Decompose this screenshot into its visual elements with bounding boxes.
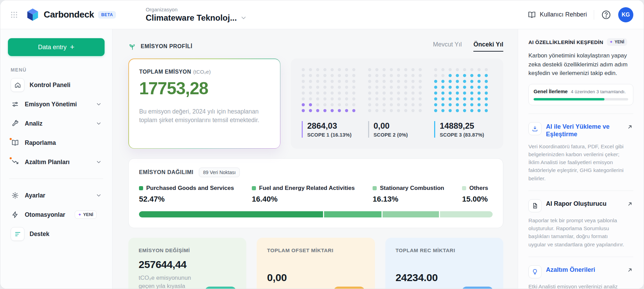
app-window: Carbondeck BETA Organizasyon Climateware… xyxy=(0,0,644,289)
feature-title: AI Rapor Oluşturucu xyxy=(546,199,607,208)
legend-swatch xyxy=(252,186,256,190)
feature-title: AI ile Veri Yükleme ve Eşleştirme xyxy=(546,122,624,138)
sidebar-item-ayarlar[interactable]: Ayarlar xyxy=(8,186,105,205)
panel-divider xyxy=(528,191,633,191)
page-title: EMİSYON PROFİLİ xyxy=(141,43,192,50)
scope-2-value: 0,00 xyxy=(374,121,426,131)
panel-divider xyxy=(528,257,633,257)
beta-badge: BETA xyxy=(98,11,116,19)
mini-card-title: TOPLAM REC MİKTARI xyxy=(396,247,493,253)
external-arrow-icon[interactable] xyxy=(626,124,633,130)
scope-3-waffle-chart xyxy=(434,68,492,112)
chevron-down-icon xyxy=(96,101,102,107)
scope-2-stat: 0,00 SCOPE 2 (0%) xyxy=(368,121,426,138)
sidebar-item-label: Kontrol Paneli xyxy=(30,82,71,89)
scope-2-label: SCOPE 2 (0%) xyxy=(374,132,426,138)
external-arrow-icon[interactable] xyxy=(626,201,633,207)
mini-card-value: 24234.00 xyxy=(396,272,493,283)
sidebar-item-otomasyonlar[interactable]: Otomasyonlar ✦ YENİ xyxy=(8,205,105,224)
legend-label: Others xyxy=(469,185,488,192)
legend-label: Purchased Goods and Services xyxy=(146,185,234,192)
legend-percentage: 16.13% xyxy=(373,195,444,204)
scope-1-value: 2864,03 xyxy=(307,121,360,131)
chevron-down-icon xyxy=(240,14,247,21)
sidebar-item-label: Ayarlar xyxy=(25,192,45,199)
notification-dot xyxy=(9,137,12,141)
mini-card-value: 0,00 xyxy=(267,272,364,283)
legend-percentage: 16.40% xyxy=(252,195,355,204)
sidebar-item-raporlama[interactable]: Raporlama xyxy=(8,133,105,152)
data-entry-button[interactable]: Data entry + xyxy=(8,38,105,56)
legend-percentage: 15.00% xyxy=(462,195,488,204)
ai-panel-title: AI ÖZELLİKLERİNİ KEŞFEDİN xyxy=(528,39,603,45)
total-emission-value: 17753,28 xyxy=(139,78,270,98)
emission-change-card: EMİSYON DEĞİŞİMİ 257644,44 tCO₂e emisyon… xyxy=(128,238,246,289)
organization-selector[interactable]: Organizasyon Climateware Teknoloj... xyxy=(146,7,247,23)
sidebar-item-label: Azaltım Planları xyxy=(25,159,69,166)
ai-new-badge: ✦ YENİ xyxy=(607,38,627,46)
book-icon xyxy=(528,11,536,19)
brand: Carbondeck BETA xyxy=(25,7,116,22)
organization-name: Climateware Teknoloj... xyxy=(146,13,237,23)
overall-progress-card: Genel İlerleme 4 üzerinden 3 tamamlandı. xyxy=(528,84,633,105)
sidebar-item-emisyon-yonetimi[interactable]: Emisyon Yönetimi xyxy=(8,95,105,114)
leaf-icon xyxy=(128,42,137,51)
ai-progress-fill xyxy=(534,98,604,100)
header-divider xyxy=(594,10,594,20)
legend-item: Stationary Combustion 16.13% xyxy=(373,185,444,204)
plus-icon: + xyxy=(70,43,75,51)
data-entry-label: Data entry xyxy=(38,44,67,51)
carbondeck-logo-icon xyxy=(25,7,40,22)
scope-3-value: 14889,25 xyxy=(440,121,492,131)
sidebar-item-label: Otomasyonlar xyxy=(25,211,65,218)
new-badge: ✦ YENİ xyxy=(75,211,97,219)
trend-down-icon xyxy=(11,158,20,167)
top-header: Carbondeck BETA Organizasyon Climateware… xyxy=(0,0,644,29)
feature-description: Veri Koordinatörü fatura, PDF, Excel gib… xyxy=(528,142,624,182)
main-content: EMİSYON PROFİLİ Mevcut Yıl Önceki Yıl TO… xyxy=(112,29,518,289)
tab-mevcut-yil[interactable]: Mevcut Yıl xyxy=(433,41,462,52)
trend-badge xyxy=(462,287,493,289)
sparkle-icon: ✦ xyxy=(78,212,82,217)
document-icon xyxy=(528,199,541,212)
user-avatar[interactable]: KG xyxy=(618,7,633,22)
sidebar-item-analiz[interactable]: Analiz xyxy=(8,114,105,133)
feature-ai-data-upload[interactable]: AI ile Veri Yükleme ve Eşleştirme Veri K… xyxy=(528,122,633,182)
sidebar-item-destek[interactable]: Destek xyxy=(8,224,105,244)
feature-description: Etki Analisti emisyon verilerinizi anali… xyxy=(528,282,624,289)
total-rec-card: TOPLAM REC MİKTARI 24234.00 xyxy=(385,238,503,289)
sidebar-item-kontrol-paneli[interactable]: Kontrol Paneli xyxy=(8,75,105,95)
scope-2-waffle-chart xyxy=(368,68,426,112)
mini-card-title: EMİSYON DEĞİŞİMİ xyxy=(139,247,236,253)
scope-3-stat: 14889,25 SCOPE 3 (83.87%) xyxy=(434,121,492,138)
feature-reduction-suggestions[interactable]: Azaltım Önerileri Etki Analisti emisyon … xyxy=(528,265,633,289)
app-launcher-grid-icon[interactable] xyxy=(11,11,18,18)
trend-badge xyxy=(334,287,365,289)
emission-distribution-card: EMİSYON DAĞILIMI 89 Veri Noktası Purchas… xyxy=(128,158,503,228)
sidebar: Data entry + MENÜ Kontrol Paneli Emisyon… xyxy=(0,29,112,289)
scope-3-label: SCOPE 3 (83.87%) xyxy=(440,132,492,138)
total-emission-unit: (tCO₂e) xyxy=(193,69,211,75)
sidebar-item-azaltim-planlari[interactable]: Azaltım Planları xyxy=(8,152,105,172)
legend-item: Others 15.00% xyxy=(462,185,488,204)
legend-item: Fuel and Energy Related Activities 16.40… xyxy=(252,185,355,204)
tab-onceki-yil[interactable]: Önceki Yıl xyxy=(473,41,503,52)
sidebar-item-label: Raporlama xyxy=(25,139,56,147)
progress-label: Genel İlerleme xyxy=(534,89,568,94)
ai-features-panel: AI ÖZELLİKLERİNİ KEŞFEDİN ✦ YENİ Karbon … xyxy=(518,29,644,289)
scope-1-waffle-chart xyxy=(302,68,360,112)
user-guide-label: Kullanıcı Rehberi xyxy=(540,11,587,18)
year-tabs: Mevcut Yıl Önceki Yıl xyxy=(433,41,503,52)
user-guide-button[interactable]: Kullanıcı Rehberi xyxy=(528,11,587,19)
scope-1-label: SCOPE 1 (16.13%) xyxy=(307,132,360,138)
external-arrow-icon[interactable] xyxy=(626,267,633,274)
total-offset-card: TOPLAM OFSET MİKTARI 0,00 xyxy=(257,238,375,289)
gear-icon xyxy=(11,191,20,200)
help-icon[interactable] xyxy=(601,10,611,20)
feature-ai-report-builder[interactable]: AI Rapor Oluşturucu Raporlar tek bir pro… xyxy=(528,199,633,248)
sliders-icon xyxy=(11,100,20,109)
feature-description: Raporlar tek bir prompt veya şablonla ol… xyxy=(528,216,624,248)
progress-bar xyxy=(534,98,628,100)
mini-card-title: TOPLAM OFSET MİKTARI xyxy=(267,247,364,253)
total-emission-card: TOPLAM EMİSYON(tCO₂e) 17753,28 Bu emisyo… xyxy=(128,58,280,149)
